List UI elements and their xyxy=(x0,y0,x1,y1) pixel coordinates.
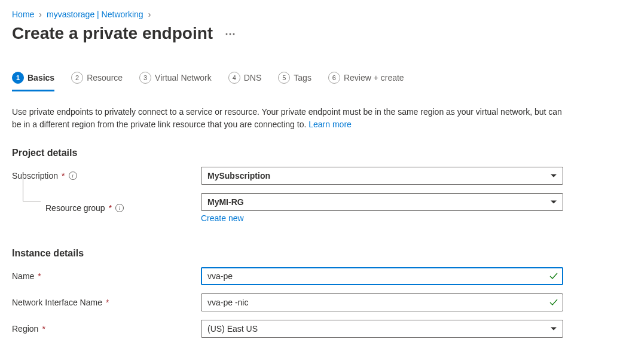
tab-tags[interactable]: 5 Tags xyxy=(278,72,311,91)
tab-review-create[interactable]: 6 Review + create xyxy=(328,72,404,91)
required-indicator: * xyxy=(106,298,109,307)
required-indicator: * xyxy=(38,271,41,281)
tab-label: Resource xyxy=(87,73,123,82)
tab-basics[interactable]: 1 Basics xyxy=(12,72,54,91)
name-input[interactable] xyxy=(201,267,563,285)
subscription-dropdown[interactable]: MySubscription xyxy=(201,167,563,185)
chevron-down-icon xyxy=(551,201,557,204)
chevron-right-icon: › xyxy=(148,10,151,19)
learn-more-link[interactable]: Learn more xyxy=(309,120,352,129)
tab-label: Review + create xyxy=(344,73,404,82)
project-details-heading: Project details xyxy=(12,148,608,158)
chevron-down-icon xyxy=(551,328,557,331)
region-dropdown[interactable]: (US) East US xyxy=(201,320,563,338)
tab-step-circle: 3 xyxy=(139,72,151,84)
tabs: 1 Basics 2 Resource 3 Virtual Network 4 … xyxy=(12,72,608,91)
required-indicator: * xyxy=(42,324,45,334)
resource-group-dropdown[interactable]: MyMI-RG xyxy=(201,193,563,211)
page-title: Create a private endpoint xyxy=(12,24,213,43)
chevron-right-icon: › xyxy=(39,10,42,19)
indent-line xyxy=(23,175,41,201)
tab-dns[interactable]: 4 DNS xyxy=(228,72,262,91)
required-indicator: * xyxy=(62,171,65,181)
nic-label: Network Interface Name xyxy=(12,298,102,307)
tab-label: DNS xyxy=(244,73,262,82)
breadcrumb: Home › myvastorage | Networking › xyxy=(12,10,608,19)
create-new-link[interactable]: Create new xyxy=(201,213,563,223)
tab-resource[interactable]: 2 Resource xyxy=(71,72,123,91)
tab-step-circle: 2 xyxy=(71,72,83,84)
resource-group-label: Resource group xyxy=(45,203,105,213)
instance-details-heading: Instance details xyxy=(12,248,608,259)
breadcrumb-storage-networking[interactable]: myvastorage | Networking xyxy=(47,10,143,19)
region-label: Region xyxy=(12,324,38,334)
more-icon[interactable]: ⋯ xyxy=(225,27,236,40)
nic-input[interactable] xyxy=(201,293,563,311)
info-icon[interactable]: i xyxy=(115,204,124,212)
tab-virtual-network[interactable]: 3 Virtual Network xyxy=(139,72,212,91)
info-icon[interactable]: i xyxy=(69,172,77,180)
tab-step-circle: 5 xyxy=(278,72,290,84)
tab-step-circle: 1 xyxy=(12,72,24,84)
breadcrumb-home[interactable]: Home xyxy=(12,10,34,19)
tab-step-circle: 4 xyxy=(228,72,240,84)
tab-label: Basics xyxy=(28,73,54,82)
tab-step-circle: 6 xyxy=(328,72,340,84)
tab-label: Virtual Network xyxy=(155,73,212,82)
chevron-down-icon xyxy=(551,175,557,178)
name-label: Name xyxy=(12,271,34,281)
tab-label: Tags xyxy=(294,73,311,82)
required-indicator: * xyxy=(109,203,112,213)
intro-text: Use private endpoints to privately conne… xyxy=(12,106,562,131)
